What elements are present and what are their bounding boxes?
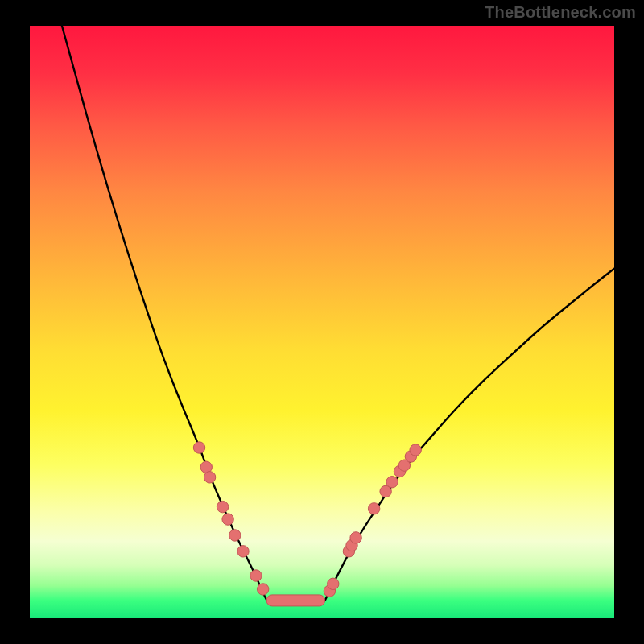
plateau-marker	[266, 595, 325, 606]
data-marker	[368, 503, 379, 514]
data-marker	[257, 584, 268, 595]
data-marker	[237, 546, 249, 557]
data-marker	[193, 442, 204, 453]
curve-left-curve	[62, 26, 266, 601]
data-marker	[229, 530, 241, 541]
data-marker	[328, 578, 339, 589]
data-marker	[222, 514, 233, 525]
chart-svg	[0, 0, 644, 644]
data-marker	[410, 444, 421, 456]
curve-right-curve	[325, 269, 614, 601]
data-marker	[350, 532, 361, 543]
data-marker	[217, 501, 228, 512]
chart-frame: TheBottleneck.com	[0, 0, 644, 644]
data-marker	[204, 472, 215, 483]
data-marker	[386, 477, 398, 488]
data-marker	[250, 570, 262, 581]
